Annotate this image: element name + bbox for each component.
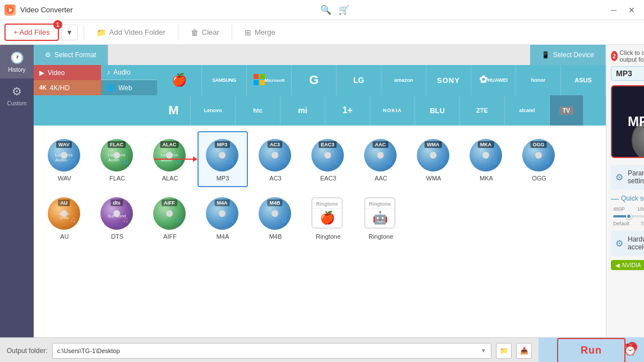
brand-lenovo[interactable]: Lenovo xyxy=(191,95,236,126)
4khd-tab-label: 4K/HD xyxy=(50,84,70,92)
brand-lg[interactable]: LG xyxy=(337,65,381,95)
parameter-icon: ⚙ xyxy=(615,172,623,183)
brand-oneplus[interactable]: 1+ xyxy=(325,95,370,126)
format-item-aiff[interactable]: AIFF ♫ AIFF xyxy=(145,189,195,245)
output-path-selector[interactable]: c:\Users\TG-1\Desktop ▼ xyxy=(52,343,491,359)
clear-button[interactable]: 🗑 Clear xyxy=(184,25,226,40)
brand-samsung[interactable]: SAMSUNG xyxy=(202,65,247,95)
brand-tv[interactable]: TV xyxy=(550,95,583,126)
brand-alcatel[interactable]: alcatel xyxy=(505,95,550,126)
tab-audio[interactable]: ♪ Audio xyxy=(101,65,157,80)
quality-slider[interactable] xyxy=(611,213,644,220)
select-format-label: Select Format xyxy=(54,51,96,59)
cart-icon[interactable]: 🛒 xyxy=(338,4,349,15)
brand-apple[interactable]: 🍎 xyxy=(157,65,202,95)
title-bar: Video Converter 🔍 🛒 ─ ✕ xyxy=(0,0,644,20)
tab-4khd[interactable]: 4K 4K/HD xyxy=(34,80,101,95)
format-item-ac3[interactable]: AC3 ♫ AC3 xyxy=(250,131,301,187)
brand-microsoft[interactable]: Microsoft xyxy=(247,65,292,95)
brand-asus[interactable]: ASUS xyxy=(561,65,606,95)
aiff-label: AIFF xyxy=(163,233,177,240)
format-item-wav[interactable]: WAV LosslessAudio ♫ WAV xyxy=(39,131,90,187)
motorola-icon: M xyxy=(168,103,178,118)
format-tab-icon: ⚙ xyxy=(45,51,51,59)
close-button[interactable]: ✕ xyxy=(624,2,640,18)
run-button[interactable]: Run xyxy=(557,338,625,363)
format-item-ringtone-android[interactable]: Ringtone 🤖 Ringtone xyxy=(356,189,406,245)
import-button[interactable]: 📥 xyxy=(516,343,532,359)
brand-amazon[interactable]: amazon xyxy=(381,65,426,95)
quick-setting-label: Quick setting xyxy=(621,194,644,202)
output-format-name: MP3 xyxy=(616,69,632,78)
red-arrow-indicator xyxy=(154,156,197,162)
hw-accel-section[interactable]: ⚙ Hardware acceleration xyxy=(611,231,644,256)
label-720p: 720P xyxy=(641,221,644,226)
tab-select-format[interactable]: ⚙ Select Format xyxy=(34,45,108,65)
nvidia-icon: ◀ xyxy=(615,262,620,268)
add-video-folder-button[interactable]: 📁 Add Video Folder xyxy=(90,25,172,40)
brand-honor[interactable]: honor xyxy=(516,65,561,95)
tab-video[interactable]: ▶ Video xyxy=(34,65,101,80)
slider-thumb[interactable] xyxy=(626,214,632,219)
history-icon: 🕐 xyxy=(10,51,24,64)
brand-nokia[interactable]: NOKIA xyxy=(370,95,415,126)
brand-htc[interactable]: htc xyxy=(236,95,280,126)
gpu-badges: ◀ NVIDIA i Intel xyxy=(611,260,644,270)
sidebar-item-history[interactable]: 🕐 History xyxy=(0,45,34,78)
add-files-button[interactable]: 1 + Add Files xyxy=(4,24,59,41)
add-files-dropdown[interactable]: ▼ xyxy=(61,25,78,40)
format-item-dts[interactable]: dts Surround ♫ DTS xyxy=(92,189,142,245)
brand-huawei[interactable]: ✿ HUAWEI xyxy=(471,65,516,95)
tab-select-device[interactable]: 📱 Select Device xyxy=(530,45,606,65)
browse-folder-button[interactable]: 📁 xyxy=(496,343,512,359)
ringtone-android-icon: Ringtone 🤖 xyxy=(364,197,398,231)
blu-label: BLU xyxy=(430,106,445,115)
format-item-m4a[interactable]: M4A ♫ M4A xyxy=(197,189,248,245)
parameter-settings-section[interactable]: ⚙ Parameter settings xyxy=(611,165,644,189)
nvidia-badge[interactable]: ◀ NVIDIA xyxy=(611,260,644,270)
brand-motorola[interactable]: M xyxy=(157,95,191,126)
toolbar-separator-3 xyxy=(232,25,232,40)
ringtone-apple-icon: Ringtone 🍎 xyxy=(311,197,345,231)
add-files-badge: 1 xyxy=(53,20,62,29)
brand-google[interactable]: G xyxy=(292,65,337,95)
au-icon: AU AudioUnits ♫ xyxy=(48,197,81,231)
format-item-mka[interactable]: MKA ♫ MKA xyxy=(461,131,512,187)
tab-web[interactable]: 🌐 Web xyxy=(101,80,157,95)
slider-track xyxy=(613,215,644,217)
output-format-selector[interactable]: MP3 ▼ xyxy=(611,66,644,81)
brand-mi[interactable]: mi xyxy=(280,95,325,126)
format-item-m4b[interactable]: M4B ♫ M4B xyxy=(250,189,301,245)
search-icon[interactable]: 🔍 xyxy=(320,4,332,15)
ringtone-apple-label: Ringtone xyxy=(316,233,341,240)
4k-icon: 4K xyxy=(39,85,47,91)
merge-button[interactable]: ⊞ Merge xyxy=(238,25,282,40)
format-item-au[interactable]: AU AudioUnits ♫ AU xyxy=(39,189,90,245)
format-item-eac3[interactable]: EAC3 ♫ EAC3 xyxy=(303,131,353,187)
dts-icon: dts Surround ♫ xyxy=(100,197,134,231)
brand-blu[interactable]: BLU xyxy=(415,95,460,126)
aiff-icon: AIFF ♫ xyxy=(153,197,187,231)
wma-label: WMA xyxy=(426,175,441,182)
format-item-wma[interactable]: WMA ♫ WMA xyxy=(408,131,459,187)
format-item-aac[interactable]: AAC ♫ AAC xyxy=(356,131,406,187)
format-item-flac[interactable]: FLAC LosslessAudio ♫ FLAC xyxy=(92,131,142,187)
brand-zte[interactable]: ZTE xyxy=(460,95,505,126)
format-item-ogg[interactable]: OGG ♫ OGG xyxy=(514,131,564,187)
format-item-mp3[interactable]: MP3 ♫ MP3 xyxy=(197,131,248,187)
minimize-button[interactable]: ─ xyxy=(606,2,622,18)
toolbar: 1 + Add Files ▼ 📁 Add Video Folder 🗑 Cle… xyxy=(0,20,644,45)
clear-icon: 🗑 xyxy=(191,28,199,37)
flac-icon: FLAC LosslessAudio ♫ xyxy=(100,139,134,173)
title-bar-icons: 🔍 🛒 xyxy=(320,4,358,15)
timer-icon[interactable]: ⏰ xyxy=(623,343,637,356)
format-item-ringtone-apple[interactable]: Ringtone 🍎 Ringtone xyxy=(303,189,353,245)
brand-sony[interactable]: SONY xyxy=(426,65,471,95)
amazon-label: amazon xyxy=(394,77,413,83)
toolbar-separator-2 xyxy=(178,25,178,40)
type-and-brand-section: ▶ Video 4K 4K/HD ♪ Audio 🌐 Web xyxy=(34,65,606,126)
aac-icon: AAC ♫ xyxy=(364,139,398,173)
huawei-label: HUAWEI xyxy=(487,77,508,83)
click-to-change-label: Click to change output format: xyxy=(620,49,644,63)
sidebar-item-custom[interactable]: ⚙ Custom xyxy=(0,78,34,112)
